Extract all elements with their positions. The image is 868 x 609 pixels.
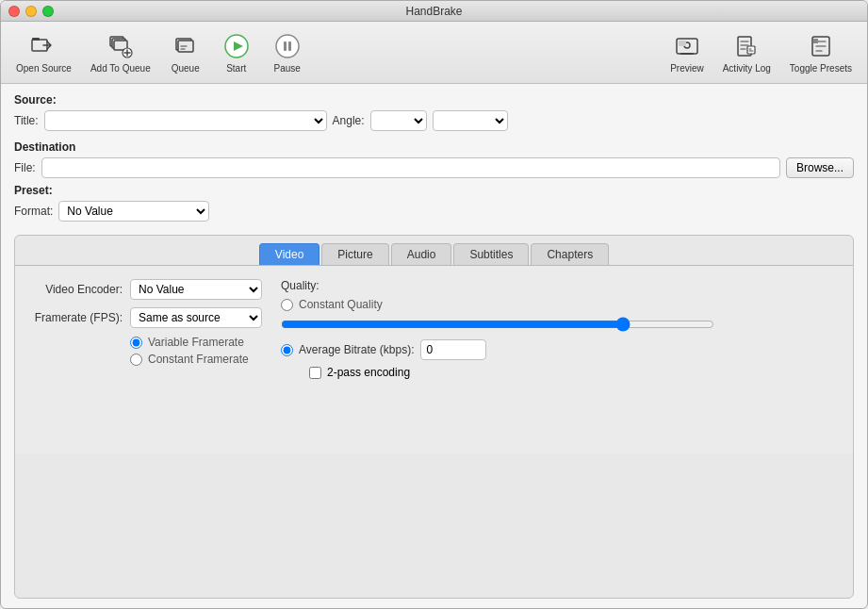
open-source-label: Open Source <box>16 63 72 74</box>
file-label: File: <box>14 161 36 174</box>
variable-framerate-label: Variable Framerate <box>148 336 244 349</box>
quality-header-row: Quality: <box>281 279 840 292</box>
add-to-queue-button[interactable]: Add To Queue <box>83 27 158 77</box>
title-row: Title: Angle: <box>14 110 854 131</box>
video-encoder-label: Video Encoder: <box>28 283 123 296</box>
open-source-icon <box>28 31 58 61</box>
tab-audio[interactable]: Audio <box>391 243 452 265</box>
pause-button[interactable]: Pause <box>264 27 311 77</box>
file-input[interactable] <box>41 157 780 178</box>
quality-label: Quality: <box>281 279 319 292</box>
constant-framerate-input[interactable] <box>130 354 142 366</box>
preview-label: Preview <box>670 63 704 74</box>
format-row: Format: No Value MP4 File MKV File <box>14 201 854 222</box>
toggle-presets-label: Toggle Presets <box>790 63 852 74</box>
quality-slider[interactable] <box>281 317 714 332</box>
svg-rect-11 <box>284 41 287 51</box>
video-content: Video Encoder: No Value H.264 (x264) H.2… <box>28 279 840 379</box>
tab-chapters[interactable]: Chapters <box>531 243 609 265</box>
browse-button[interactable]: Browse... <box>786 157 854 178</box>
source-header: Source: <box>14 93 854 107</box>
video-encoder-select[interactable]: No Value H.264 (x264) H.265 (x265) MPEG-… <box>130 279 262 300</box>
window-controls <box>8 6 54 17</box>
destination-section: Destination File: Browse... <box>14 140 854 178</box>
start-label: Start <box>226 63 246 74</box>
file-row: File: Browse... <box>14 157 854 178</box>
queue-button[interactable]: Queue <box>162 27 209 77</box>
titlebar: HandBrake <box>1 1 867 22</box>
tab-subtitles[interactable]: Subtitles <box>453 243 529 265</box>
pause-label: Pause <box>274 63 301 74</box>
maximize-button[interactable] <box>42 6 54 17</box>
main-content: Source: Title: Angle: Destination File: <box>1 84 867 608</box>
tab-video[interactable]: Video <box>259 243 319 265</box>
angle-select[interactable] <box>370 110 427 131</box>
constant-framerate-label: Constant Framerate <box>148 353 249 366</box>
preview-button[interactable]: Preview <box>663 27 712 77</box>
bitrate-row: Average Bitrate (kbps): <box>281 339 840 360</box>
constant-framerate-radio[interactable]: Constant Framerate <box>130 353 262 366</box>
framerate-row: Framerate (FPS): Same as source 5 10 12 … <box>28 307 262 328</box>
start-button[interactable]: Start <box>213 27 260 77</box>
main-window: HandBrake Open Source <box>0 0 868 609</box>
preview-icon <box>672 31 702 61</box>
queue-icon <box>171 31 201 61</box>
svg-rect-1 <box>32 38 40 41</box>
variable-framerate-input[interactable] <box>130 337 142 349</box>
quality-slider-row <box>281 317 840 332</box>
close-button[interactable] <box>8 6 20 17</box>
svg-rect-12 <box>288 41 291 51</box>
variable-framerate-radio[interactable]: Variable Framerate <box>130 336 262 349</box>
activity-log-icon <box>731 31 762 61</box>
minimize-button[interactable] <box>25 6 37 17</box>
source-section: Source: Title: Angle: <box>14 93 854 135</box>
svg-rect-16 <box>679 41 686 46</box>
activity-log-button[interactable]: Activity Log <box>715 27 778 77</box>
format-select[interactable]: No Value MP4 File MKV File <box>58 201 209 222</box>
tabs-panel: Video Picture Audio Subtitles Chapters <box>14 235 854 599</box>
framerate-label: Framerate (FPS): <box>28 311 123 324</box>
preset-section: Preset: Format: No Value MP4 File MKV Fi… <box>14 184 854 225</box>
average-bitrate-radio[interactable] <box>281 344 293 356</box>
constant-quality-radio[interactable] <box>281 299 293 311</box>
video-left-panel: Video Encoder: No Value H.264 (x264) H.2… <box>28 279 262 379</box>
queue-label: Queue <box>172 63 200 74</box>
bitrate-input[interactable] <box>420 339 486 360</box>
framerate-select[interactable]: Same as source 5 10 12 15 23.976 24 25 2… <box>130 307 262 328</box>
average-bitrate-label: Average Bitrate (kbps): <box>299 343 415 356</box>
twopass-checkbox[interactable] <box>309 367 321 379</box>
angle-label: Angle: <box>333 114 365 127</box>
constant-quality-label: Constant Quality <box>299 298 383 311</box>
title-label: Title: <box>14 114 39 127</box>
add-to-queue-label: Add To Queue <box>90 63 151 74</box>
video-tab-content: Video Encoder: No Value H.264 (x264) H.2… <box>15 265 853 453</box>
twopass-label: 2-pass encoding <box>327 366 410 379</box>
video-encoder-row: Video Encoder: No Value H.264 (x264) H.2… <box>28 279 262 300</box>
window-title: HandBrake <box>405 5 462 18</box>
toggle-presets-icon <box>806 31 836 61</box>
tab-picture[interactable]: Picture <box>321 243 388 265</box>
video-right-panel: Quality: Constant Quality Average Bitrat… <box>281 279 840 379</box>
toolbar: Open Source Add To Queue <box>1 22 867 84</box>
title-select[interactable] <box>44 110 327 131</box>
add-to-queue-icon <box>106 31 136 61</box>
toggle-presets-button[interactable]: Toggle Presets <box>782 27 860 77</box>
destination-header: Destination <box>14 140 854 154</box>
constant-quality-row: Constant Quality <box>281 298 840 311</box>
svg-rect-20 <box>813 39 818 43</box>
svg-point-10 <box>276 35 299 58</box>
svg-rect-18 <box>747 46 755 54</box>
framerate-radio-group: Variable Framerate Constant Framerate <box>130 336 262 366</box>
pause-icon <box>272 31 303 61</box>
format-label: Format: <box>14 205 53 218</box>
angle-select2[interactable] <box>433 110 508 131</box>
twopass-row: 2-pass encoding <box>309 366 840 379</box>
preset-header: Preset: <box>14 184 854 197</box>
start-icon <box>221 31 252 61</box>
open-source-button[interactable]: Open Source <box>8 27 79 77</box>
tabs-header: Video Picture Audio Subtitles Chapters <box>15 236 853 265</box>
activity-log-label: Activity Log <box>723 63 771 74</box>
